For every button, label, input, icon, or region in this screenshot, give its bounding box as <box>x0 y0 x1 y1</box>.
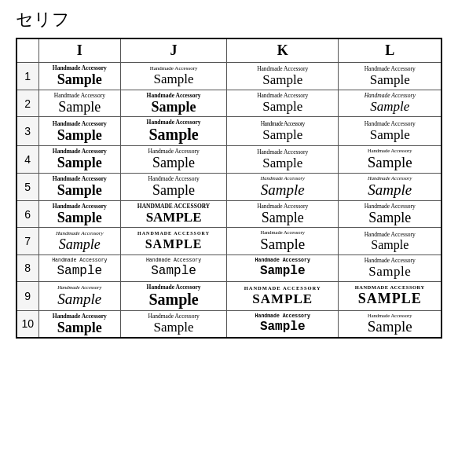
cell-top-label: Handmade Accessory <box>56 230 104 236</box>
cell-top-label: Handmade Accessory <box>365 231 416 238</box>
cell-r8-I: Handmade AccessorySample <box>38 255 121 282</box>
cell-r1-K: Handmade AccessorySample <box>226 63 339 90</box>
cell-top-label: HANDMADE ACCESSORY <box>137 231 210 236</box>
table-row: 1Handmade AccessorySampleHandmade Access… <box>16 63 442 90</box>
row-number-cell: 3 <box>16 117 38 146</box>
cell-top-label: Handmade Accessory <box>53 175 107 182</box>
cell-main-label: Sample <box>365 99 416 115</box>
cell-r10-K: Handmade AccessorySample <box>226 310 339 338</box>
col-header-num <box>16 38 38 63</box>
table-row: 2Handmade AccessorySampleHandmade Access… <box>16 90 442 117</box>
cell-r10-J: Handmade AccessorySample <box>121 310 227 338</box>
cell-r1-J: Handmade AccessorySample <box>121 63 227 90</box>
cell-r9-J: Handmade AccessorySample <box>121 281 227 310</box>
cell-top-label: Handmade Accessory <box>368 175 412 181</box>
cell-main-label: Sample <box>257 156 308 171</box>
cell-main-label: Sample <box>148 182 199 199</box>
col-header-L: L <box>339 38 442 63</box>
cell-main-label: Sample <box>57 291 101 308</box>
cell-main-label: Sample <box>261 181 305 199</box>
row-number-cell: 4 <box>16 146 38 174</box>
col-header-J: J <box>121 38 227 63</box>
cell-main-label: Sample <box>257 99 308 115</box>
cell-top-label: Handmade Accessory <box>148 313 199 320</box>
cell-top-label: HANDMADE ACCESSORY <box>137 203 210 210</box>
cell-top-label: Handmade Accessory <box>150 65 198 71</box>
cell-top-label: Handmade Accessory <box>257 92 308 99</box>
cell-main-label: SAMPLE <box>137 210 210 225</box>
cell-r7-J: HANDMADE ACCESSORYSAMPLE <box>121 228 227 255</box>
cell-r7-K: Handmade AccessorySample <box>226 228 339 255</box>
cell-main-label: Sample <box>368 154 412 171</box>
cell-r3-J: Handmade AccessorySample <box>121 117 227 146</box>
row-number-cell: 9 <box>16 281 38 310</box>
cell-main-label: SAMPLE <box>244 291 321 307</box>
cell-r6-J: HANDMADE ACCESSORYSAMPLE <box>121 200 227 228</box>
cell-main-label: Sample <box>53 210 107 226</box>
row-number-cell: 7 <box>16 228 38 255</box>
cell-main-label: Sample <box>148 155 199 171</box>
cell-top-label: Handmade Accessory <box>365 203 416 210</box>
col-header-K: K <box>226 38 339 63</box>
cell-main-label: SAMPLE <box>355 291 425 307</box>
cell-r4-J: Handmade AccessorySample <box>121 146 227 174</box>
col-header-I: I <box>38 38 121 63</box>
cell-r5-J: Handmade AccessorySample <box>121 174 227 201</box>
cell-top-label: Handmade Accessory <box>57 284 101 291</box>
cell-top-label: Handmade Accessory <box>147 92 201 99</box>
cell-main-label: Sample <box>257 72 308 88</box>
cell-top-label: Handmade Accessory <box>368 148 412 154</box>
table-row: 9Handmade AccessorySampleHandmade Access… <box>16 281 442 310</box>
cell-main-label: Sample <box>150 71 198 87</box>
cell-main-label: Sample <box>255 264 310 278</box>
cell-top-label: Handmade Accessory <box>257 148 308 156</box>
cell-main-label: Sample <box>54 99 105 115</box>
table-row: 10Handmade AccessorySampleHandmade Acces… <box>16 310 442 338</box>
cell-top-label: Handmade Accessory <box>365 120 416 127</box>
cell-r3-L: Handmade AccessorySample <box>339 117 442 146</box>
cell-r4-L: Handmade AccessorySample <box>339 146 442 174</box>
cell-top-label: Handmade Accessory <box>53 64 107 71</box>
cell-top-label: Handmade Accessory <box>148 175 199 182</box>
cell-main-label: Sample <box>147 99 201 115</box>
cell-r5-L: Handmade AccessorySample <box>339 174 442 201</box>
cell-r2-K: Handmade AccessorySample <box>226 90 339 117</box>
cell-main-label: Sample <box>257 210 308 226</box>
cell-r1-I: Handmade AccessorySample <box>38 63 121 90</box>
cell-r4-K: Handmade AccessorySample <box>226 146 339 174</box>
cell-top-label: Handmade Accessory <box>365 257 416 264</box>
cell-r3-I: Handmade AccessorySample <box>38 117 121 146</box>
cell-r1-L: Handmade AccessorySample <box>339 63 442 90</box>
cell-r8-J: Handmade AccessorySample <box>121 255 227 282</box>
cell-r8-L: Handmade AccessorySample <box>339 255 442 282</box>
cell-r9-L: HANDMADE ACCESSORYSAMPLE <box>339 281 442 310</box>
cell-main-label: Sample <box>53 320 107 336</box>
cell-top-label: Handmade Accessory <box>146 258 201 264</box>
cell-top-label: HANDMADE ACCESSORY <box>355 284 425 291</box>
cell-top-label: HANDMADE ACCESSORY <box>244 285 321 291</box>
cell-top-label: Handmade Accessory <box>53 148 107 155</box>
cell-main-label: Sample <box>368 181 412 199</box>
cell-r5-K: Handmade AccessorySample <box>226 174 339 201</box>
cell-r6-L: Handmade AccessorySample <box>339 200 442 228</box>
cell-main-label: Sample <box>148 320 199 335</box>
cell-top-label: Handmade Accessory <box>365 65 416 72</box>
cell-main-label: Sample <box>255 320 310 334</box>
cell-r8-K: Handmade AccessorySample <box>226 255 339 282</box>
cell-r10-L: Handmade AccessorySample <box>339 310 442 338</box>
cell-top-label: Handmade Accessory <box>147 119 201 126</box>
table-row: 3Handmade AccessorySampleHandmade Access… <box>16 117 442 146</box>
cell-r5-I: Handmade AccessorySample <box>38 174 121 201</box>
cell-r7-I: Handmade AccessorySample <box>38 228 121 255</box>
table-row: 6Handmade AccessorySampleHANDMADE ACCESS… <box>16 200 442 228</box>
font-sample-table: I J K L 1Handmade AccessorySampleHandmad… <box>16 38 442 339</box>
cell-main-label: Sample <box>53 155 107 171</box>
table-row: 4Handmade AccessorySampleHandmade Access… <box>16 146 442 174</box>
cell-main-label: Sample <box>147 126 201 144</box>
cell-r6-I: Handmade AccessorySample <box>38 200 121 228</box>
cell-top-label: Handmade Accessory <box>260 229 305 236</box>
cell-top-label: Handmade Accessory <box>257 65 308 72</box>
table-header-row: I J K L <box>16 38 442 63</box>
cell-main-label: Sample <box>365 127 416 143</box>
row-number-cell: 8 <box>16 255 38 282</box>
